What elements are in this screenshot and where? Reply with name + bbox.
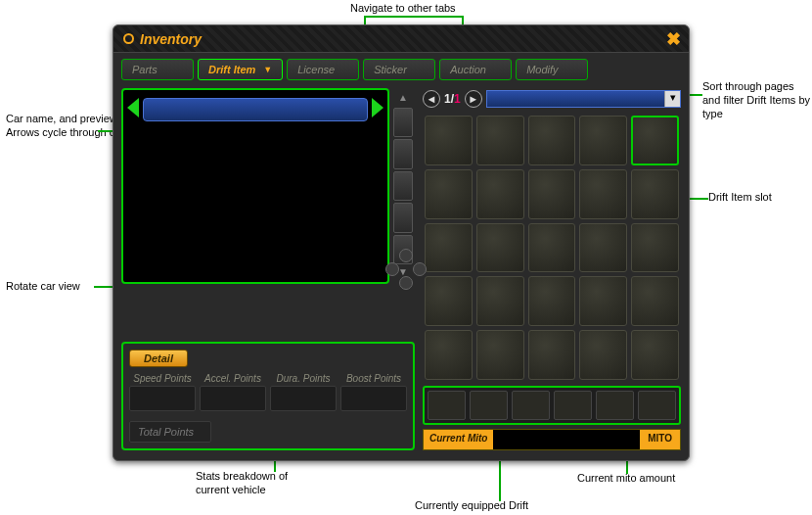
anno-mito: Current mito amount [577, 472, 675, 486]
rotate-up-button[interactable] [399, 249, 413, 262]
item-slot[interactable] [528, 169, 576, 219]
equipped-slot[interactable] [554, 391, 592, 420]
tab-modify[interactable]: Modify [516, 59, 588, 80]
item-slot[interactable] [579, 116, 627, 165]
ring-icon [123, 33, 134, 44]
car-preview [121, 88, 389, 284]
stat-headers: Speed Points Accel. Points Dura. Points … [129, 373, 407, 384]
side-button[interactable] [393, 203, 413, 232]
prev-car-arrow[interactable] [127, 98, 139, 117]
item-slot[interactable] [631, 116, 679, 165]
page-indicator: 1/1 [444, 92, 461, 106]
item-slot[interactable] [528, 330, 576, 380]
item-slot[interactable] [476, 169, 524, 219]
chevron-down-icon: ▾ [664, 91, 680, 107]
anno-line [499, 460, 501, 501]
titlebar: Inventory ✖ [113, 25, 689, 53]
inventory-window: Inventory ✖ Parts Drift Item▼ License St… [113, 24, 690, 461]
item-slot[interactable] [528, 223, 576, 273]
item-slot[interactable] [528, 276, 576, 326]
equipped-slot[interactable] [470, 391, 508, 420]
item-slot[interactable] [425, 276, 473, 326]
anno-line [364, 16, 464, 18]
anno-pager: Sort through pages and filter Drift Item… [702, 80, 812, 120]
item-slot[interactable] [476, 330, 524, 380]
page-next-button[interactable]: ► [465, 90, 482, 108]
item-slot[interactable] [476, 223, 524, 273]
tab-auction[interactable]: Auction [439, 59, 512, 80]
detail-button[interactable]: Detail [129, 350, 188, 367]
tab-license[interactable]: License [287, 59, 359, 80]
equipped-slot[interactable] [512, 391, 550, 420]
item-slot[interactable] [631, 169, 679, 219]
stat-header: Dura. Points [270, 373, 337, 384]
item-slot[interactable] [476, 276, 524, 326]
side-button[interactable] [393, 108, 413, 137]
left-panel: ▲ ▼ Detail Speed Points [121, 88, 415, 450]
tab-drift-item[interactable]: Drift Item▼ [198, 59, 283, 80]
page-total: 1 [454, 92, 461, 106]
equipped-slot[interactable] [596, 391, 634, 420]
stat-cell [129, 386, 196, 411]
stat-cell [270, 386, 337, 411]
item-slot[interactable] [579, 276, 627, 326]
stat-cell [200, 386, 266, 411]
anno-stats: Stats breakdown of current vehicle [196, 470, 323, 497]
tab-label: Modify [526, 64, 558, 75]
item-slot[interactable] [631, 330, 679, 380]
next-car-arrow[interactable] [372, 98, 383, 117]
window-body: ▲ ▼ Detail Speed Points [113, 84, 689, 458]
tab-label: License [297, 64, 335, 75]
rotate-down-button[interactable] [399, 276, 413, 290]
chevron-down-icon: ▼ [263, 65, 272, 74]
tab-label: Parts [132, 64, 158, 75]
rotate-left-button[interactable] [385, 262, 399, 276]
equipped-items [423, 386, 681, 425]
item-slot[interactable] [425, 169, 473, 219]
item-slot[interactable] [579, 223, 627, 273]
item-slot[interactable] [425, 116, 473, 165]
car-name-bar [143, 98, 368, 121]
equipped-slot[interactable] [638, 391, 676, 420]
page-current: 1 [444, 92, 451, 106]
rotate-control [385, 249, 423, 286]
item-slot[interactable] [476, 116, 524, 165]
tab-bar: Parts Drift Item▼ License Sticker Auctio… [113, 53, 689, 84]
mito-value [493, 430, 640, 449]
page-prev-button[interactable]: ◄ [423, 90, 440, 108]
pager: ◄ 1/1 ► ▾ [423, 88, 681, 110]
mito-bar: Current Mito MITO [423, 429, 681, 450]
item-slot[interactable] [631, 223, 679, 273]
anno-rotate: Rotate car view [6, 280, 80, 294]
tab-parts[interactable]: Parts [121, 59, 194, 80]
item-filter-dropdown[interactable]: ▾ [486, 90, 681, 108]
rotate-right-button[interactable] [413, 262, 427, 276]
side-button[interactable] [393, 171, 413, 201]
tab-label: Auction [450, 64, 486, 75]
side-button[interactable] [393, 139, 413, 168]
item-slot[interactable] [579, 330, 627, 380]
stat-header: Accel. Points [200, 373, 266, 384]
stat-header: Boost Points [340, 373, 407, 384]
equipped-slot[interactable] [428, 391, 466, 420]
tab-label: Sticker [374, 64, 407, 75]
item-slot[interactable] [425, 330, 473, 380]
anno-equipped: Currently equipped Drift Items [415, 499, 542, 515]
stat-header: Speed Points [129, 373, 196, 384]
close-button[interactable]: ✖ [666, 28, 681, 50]
stat-cell [340, 386, 407, 411]
mito-currency: MITO [640, 430, 680, 449]
item-slot[interactable] [579, 169, 627, 219]
total-points-label: Total Points [129, 421, 211, 443]
item-grid [423, 114, 681, 382]
item-slot[interactable] [631, 276, 679, 326]
item-slot[interactable] [528, 116, 576, 165]
window-title: Inventory [140, 31, 202, 47]
tab-sticker[interactable]: Sticker [363, 59, 435, 80]
stat-values [129, 386, 407, 411]
mito-label: Current Mito [424, 430, 493, 449]
anno-slot: Drift Item slot [708, 191, 772, 205]
item-slot[interactable] [425, 223, 473, 273]
chevron-up-icon[interactable]: ▲ [393, 92, 413, 106]
right-panel: ◄ 1/1 ► ▾ [423, 88, 681, 450]
